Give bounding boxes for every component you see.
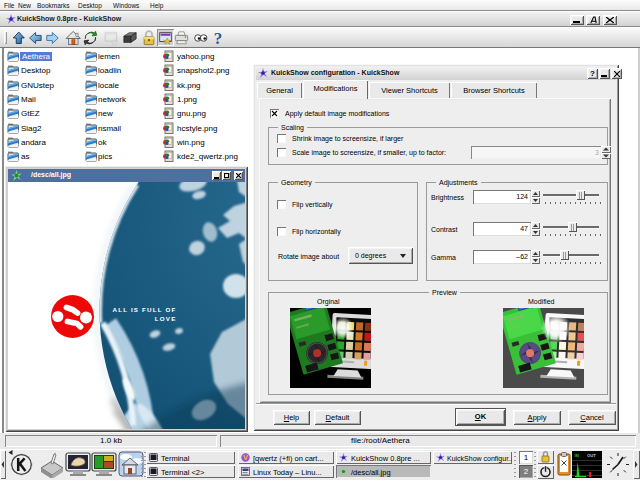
svg-text:IN: IN: [575, 453, 579, 458]
svg-text:ALL IS FULL OF: ALL IS FULL OF: [112, 306, 176, 313]
svg-text:V: V: [243, 453, 248, 462]
svg-text:?: ?: [214, 29, 223, 48]
svg-text:OUT: OUT: [587, 453, 596, 458]
svg-text:LOVE: LOVE: [155, 315, 177, 322]
